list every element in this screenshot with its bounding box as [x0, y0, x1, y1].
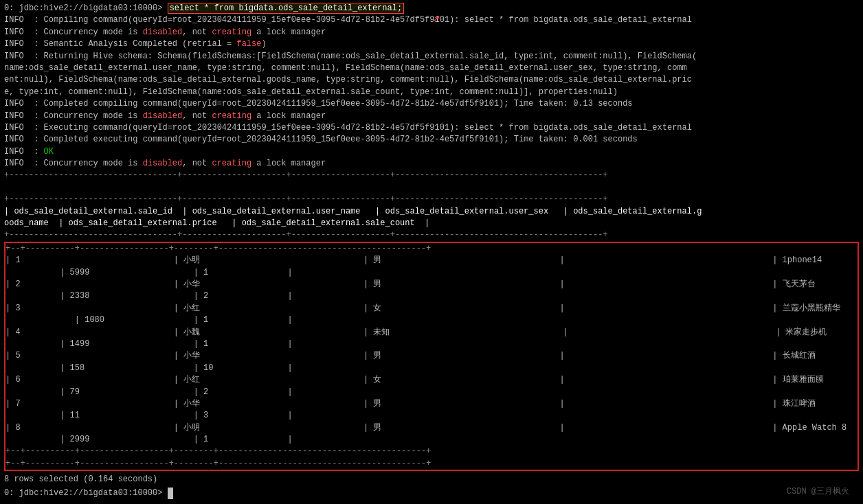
table-row-4b: | 1499 | 1 | — [5, 339, 858, 350]
info-line-3: INFO : Semantic Analysis Completed (retr… — [4, 38, 859, 50]
table-sep-mid: +----------------------------------+----… — [4, 194, 859, 205]
table-row-6a: | 6 | 小红 | 女 | | 珀莱雅面膜 — [5, 374, 858, 386]
info-line-6: ent:null), FieldSchema(name:ods_sale_det… — [4, 74, 859, 86]
table-sep-inner-top: +--+----------+------------------+------… — [5, 243, 858, 255]
info-line-1: INFO : Compiling command(queryId=root_20… — [4, 14, 859, 26]
col-header-line1: | ods_sale_detail_external.sale_id | ods… — [4, 206, 859, 218]
table-row-5b: | 158 | 10 | — [5, 363, 858, 374]
table-row-2a: | 2 | 小华 | 男 | | 飞天茅台 — [5, 279, 858, 290]
table-row-7a: | 7 | 小华 | 男 | | 珠江啤酒 — [5, 398, 858, 410]
table-row-8a: | 8 | 小明 | 男 | | Apple Watch 8 — [5, 422, 858, 434]
terminal: 0: jdbc:hive2://bigdata03:10000> select … — [0, 0, 863, 504]
table-sep-inner-bot: +--+----------+------------------+------… — [5, 446, 858, 457]
table-row-6b: | 79 | 2 | — [5, 387, 858, 398]
info-line-2: INFO : Concurrency mode is disabled, not… — [4, 27, 859, 38]
info-line-11: INFO : Completed executing command(query… — [4, 134, 859, 146]
info-line-13: INFO : Concurrency mode is disabled, not… — [4, 158, 859, 170]
info-line-10: INFO : Executing command(queryId=root_20… — [4, 122, 859, 134]
sql-command: select * from bigdata.ods_sale_detail_ex… — [168, 3, 404, 14]
command-line: 0: jdbc:hive2://bigdata03:10000> select … — [4, 3, 859, 14]
data-result-box: +--+----------+------------------+------… — [4, 242, 859, 471]
table-row-8b: | 2999 | 1 | — [5, 434, 858, 446]
info-line-4: INFO : Returning Hive schema: Schema(fie… — [4, 51, 859, 62]
table-row-1a: | 1 | 小明 | 男 | | iphone14 — [5, 255, 858, 266]
table-sep-inner-bot2: +--+----------+------------------+------… — [5, 458, 858, 470]
col-header-line2: oods_name | ods_sale_detail_external.pri… — [4, 218, 859, 229]
table-row-2b: | 2338 | 2 | — [5, 290, 858, 302]
table-row-4a: | 4 | 小魏 | 未知 | | 米家走步机 — [5, 327, 858, 339]
end-prompt: 0: jdbc:hive2://bigdata03:10000> — [4, 488, 859, 499]
arrow-annotation: ↗ — [433, 10, 440, 25]
table-row-7b: | 11 | 3 | — [5, 410, 858, 422]
info-line-12: INFO : OK — [4, 146, 859, 158]
table-row-1b: | 5999 | 1 | — [5, 267, 858, 279]
info-line-9: INFO : Concurrency mode is disabled, not… — [4, 111, 859, 122]
table-row-3b: | 1080 | 1 | — [5, 314, 858, 326]
info-line-8: INFO : Completed compiling command(query… — [4, 98, 859, 110]
table-sep-top: +----------------------------------+----… — [4, 170, 859, 181]
info-line-5: name:ods_sale_detail_external.user_name,… — [4, 62, 859, 74]
watermark: CSDN @三月枫火 — [787, 485, 849, 497]
result-summary: 8 rows selected (0.164 seconds) — [4, 474, 859, 485]
table-empty — [4, 182, 859, 194]
table-row-5a: | 5 | 小华 | 男 | | 长城红酒 — [5, 350, 858, 362]
table-row-3a: | 3 | 小红 | 女 | | 兰蔻小黑瓶精华 — [5, 303, 858, 314]
table-sep-header: +----------------------------------+----… — [4, 229, 859, 241]
prompt-prefix: 0: jdbc:hive2://bigdata03:10000> — [4, 3, 168, 13]
info-line-7: e, type:int, comment:null), FieldSchema(… — [4, 87, 859, 98]
end-prompt-text: 0: jdbc:hive2://bigdata03:10000> — [4, 488, 168, 498]
